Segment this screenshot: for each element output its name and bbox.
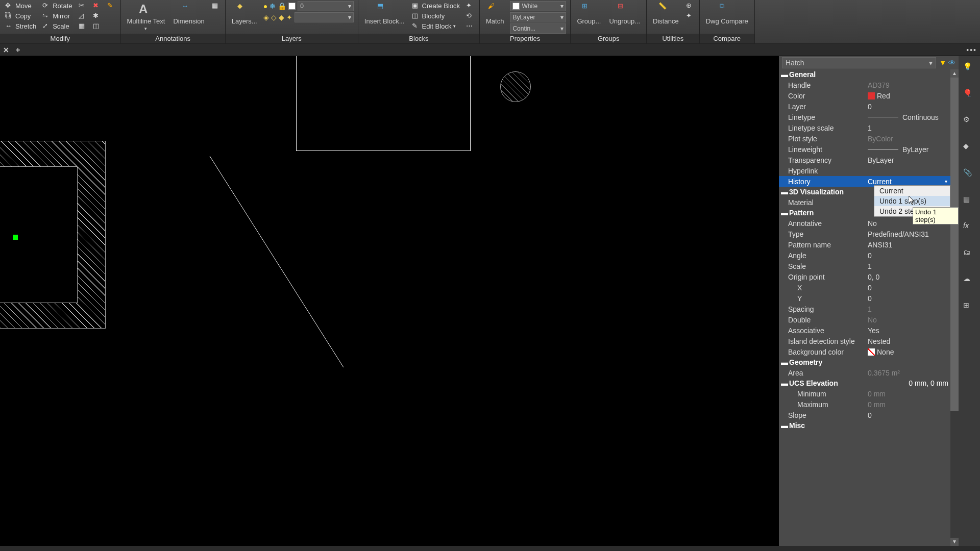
layer-value[interactable]: 0: [866, 103, 950, 111]
type-value[interactable]: Predefined/ANSI31: [866, 230, 950, 238]
cloud-icon[interactable]: ☁: [963, 274, 975, 287]
move-button[interactable]: ✥Move: [4, 1, 37, 10]
origin-x-value[interactable]: 0: [866, 284, 950, 292]
block-more-button[interactable]: ⋯: [465, 21, 475, 31]
block-sync-button[interactable]: ⟲: [465, 11, 475, 20]
insert-block-button[interactable]: ⬒ Insert Block...: [362, 1, 407, 26]
fx-icon[interactable]: fx: [963, 221, 975, 234]
table-button[interactable]: ▦: [211, 1, 221, 10]
circle-shape[interactable]: [500, 71, 531, 102]
color-dropdown[interactable]: White▾: [510, 1, 566, 11]
line-shape[interactable]: [210, 156, 210, 157]
util-1-button[interactable]: ⊕: [685, 1, 695, 10]
util-2-button[interactable]: ✦: [685, 11, 695, 20]
ungroup-button[interactable]: ⊟Ungroup...: [607, 1, 642, 26]
filter-icon[interactable]: ▼: [939, 59, 946, 67]
section-misc[interactable]: ▬Misc: [779, 420, 950, 431]
array-button[interactable]: ▦: [78, 21, 88, 31]
lineweight-value[interactable]: ByLayer: [866, 145, 950, 154]
trim-button[interactable]: ✂: [78, 1, 88, 10]
layer-state-dropdown[interactable]: ▾: [295, 12, 354, 22]
collapse-icon[interactable]: ▬: [781, 209, 787, 217]
color-value[interactable]: Red: [866, 92, 950, 100]
linetype-scale-value[interactable]: 1: [866, 124, 950, 132]
layer-on-icon[interactable]: ●: [263, 2, 267, 10]
chevron-down-icon: ▾: [144, 26, 147, 31]
layer-iso-icon[interactable]: ◈: [263, 13, 269, 21]
transparency-value[interactable]: ByLayer: [866, 156, 950, 164]
spacing-value: 1: [866, 305, 950, 313]
mirror-button[interactable]: ⇋Mirror: [41, 11, 73, 20]
section-general[interactable]: ▬General: [779, 69, 950, 80]
layers-button[interactable]: ◆ Layers...: [230, 1, 259, 26]
collapse-icon[interactable]: ▬: [781, 358, 787, 366]
attach-icon[interactable]: 📎: [963, 168, 975, 181]
match-button[interactable]: 🖌 Match: [484, 1, 506, 26]
island-value[interactable]: Nested: [866, 337, 950, 345]
quick-select-icon[interactable]: 👁: [948, 59, 955, 67]
apps-icon[interactable]: ⊞: [963, 301, 975, 313]
lineweight-dropdown[interactable]: ByLayer▾: [510, 12, 566, 22]
associative-value[interactable]: Yes: [866, 327, 950, 335]
lightbulb-icon[interactable]: 💡: [963, 62, 975, 74]
layer-dropdown[interactable]: 0▾: [298, 1, 354, 11]
collapse-icon[interactable]: ▬: [781, 70, 787, 79]
layer-lock-icon[interactable]: 🔒: [278, 2, 286, 10]
close-tab-button[interactable]: ✕: [3, 46, 9, 54]
history-dropdown[interactable]: Current▾: [866, 178, 950, 186]
balloon-icon[interactable]: 🎈: [963, 89, 975, 101]
scale-button[interactable]: ⤢Scale: [41, 21, 73, 31]
explode-button[interactable]: ✱: [92, 11, 102, 20]
copy-button[interactable]: ⿻Copy: [4, 11, 37, 20]
fillet-button[interactable]: ◿: [78, 11, 88, 20]
section-ucs[interactable]: ▬UCS Elevation0 mm, 0 mm: [779, 378, 950, 388]
scale-value[interactable]: 1: [866, 262, 950, 270]
dwg-compare-button[interactable]: ⧉Dwg Compare: [704, 1, 750, 26]
origin-y-value[interactable]: 0: [866, 294, 950, 303]
stretch-button[interactable]: ↔Stretch: [4, 21, 37, 31]
pattern-name-value[interactable]: ANSI31: [866, 241, 950, 249]
layer-freeze-icon[interactable]: ❄: [270, 2, 276, 10]
distance-button[interactable]: 📏Distance: [651, 1, 681, 26]
collapse-icon[interactable]: ▬: [781, 379, 787, 387]
edit-button[interactable]: ✎: [106, 1, 116, 10]
layer-color-swatch[interactable]: [288, 3, 296, 10]
erase-button[interactable]: ✖: [92, 1, 102, 10]
collapse-icon[interactable]: ▬: [781, 188, 787, 196]
slope-value[interactable]: 0: [866, 411, 950, 419]
offset-button[interactable]: ◫: [92, 21, 102, 31]
dimension-button[interactable]: ↔ Dimension: [171, 1, 206, 26]
properties-scrollbar[interactable]: ▲ ▼: [950, 69, 959, 546]
multiline-text-button[interactable]: A Multiline Text ▾: [125, 1, 167, 32]
linetype-value[interactable]: Continuous: [866, 113, 950, 121]
object-type-dropdown[interactable]: Hatch▾: [782, 57, 936, 68]
layer-uniso-icon[interactable]: ◇: [271, 13, 277, 21]
drawing-canvas[interactable]: [0, 56, 779, 546]
scroll-down-button[interactable]: ▼: [950, 538, 959, 546]
tabs-overflow-button[interactable]: •••: [966, 46, 977, 54]
rectangle-shape[interactable]: [296, 56, 471, 151]
scroll-up-button[interactable]: ▲: [950, 69, 959, 78]
blockify-button[interactable]: ◫Blockify: [411, 11, 461, 20]
history-option-current[interactable]: Current: [874, 186, 950, 196]
group-button[interactable]: ⊞Group...: [575, 1, 603, 26]
new-tab-button[interactable]: ＋: [14, 45, 21, 55]
layer-match-icon[interactable]: ✦: [286, 13, 292, 21]
tree-icon[interactable]: 🗂: [963, 248, 975, 260]
selection-grip[interactable]: [13, 235, 18, 240]
create-block-button[interactable]: ▣Create Block: [411, 1, 461, 10]
settings-icon[interactable]: ⚙: [963, 115, 975, 128]
bgcolor-value[interactable]: None: [866, 348, 950, 356]
origin-value[interactable]: 0, 0: [866, 273, 950, 281]
linetype-dropdown[interactable]: Contin...▾: [510, 23, 566, 34]
angle-value[interactable]: 0: [866, 252, 950, 260]
layer-off-icon[interactable]: ◆: [279, 13, 284, 21]
rotate-button[interactable]: ⟳Rotate: [41, 1, 73, 10]
section-geometry[interactable]: ▬Geometry: [779, 357, 950, 367]
grid-icon[interactable]: ▦: [963, 195, 975, 207]
layers-stack-icon[interactable]: ◆: [963, 142, 975, 154]
block-attr-button[interactable]: ✦: [465, 1, 475, 10]
collapse-icon[interactable]: ▬: [781, 421, 787, 430]
panel-blocks: ⬒ Insert Block... ▣Create Block ◫Blockif…: [358, 0, 480, 43]
edit-block-button[interactable]: ✎Edit Block▾: [411, 21, 461, 31]
